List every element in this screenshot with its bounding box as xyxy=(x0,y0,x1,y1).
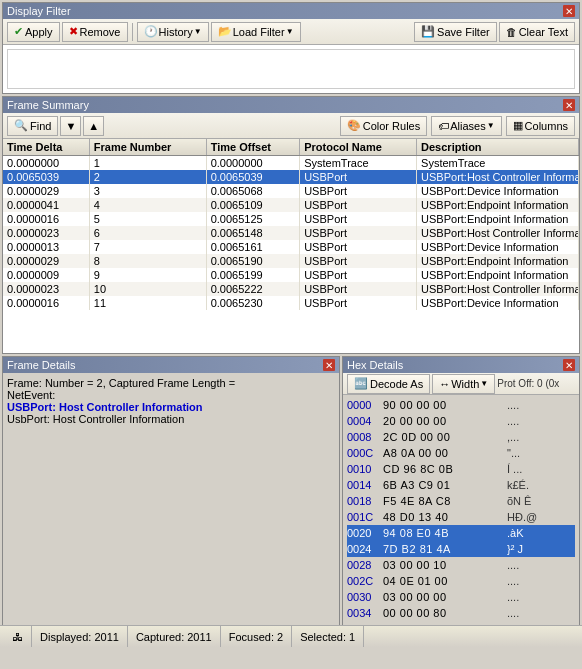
width-button[interactable]: ↔ Width ▼ xyxy=(432,374,495,394)
table-row[interactable]: 0.006503920.0065039USBPortUSBPort:Host C… xyxy=(3,170,579,184)
aliases-dropdown-arrow: ▼ xyxy=(487,121,495,130)
table-row[interactable]: 0.000001650.0065125USBPortUSBPort:Endpoi… xyxy=(3,212,579,226)
frame-details-title: Frame Details xyxy=(7,359,75,371)
col-time-offset[interactable]: Time Offset xyxy=(206,139,300,156)
cell-3: USBPort xyxy=(300,212,417,226)
save-filter-button[interactable]: 💾 Save Filter xyxy=(414,22,497,42)
hex-content: 000090 00 00 00....000420 00 00 00....00… xyxy=(343,395,579,647)
status-selected: Selected: 1 xyxy=(292,626,364,647)
col-protocol-name[interactable]: Protocol Name xyxy=(300,139,417,156)
hex-row[interactable]: 00082C 0D 00 00,... xyxy=(347,429,575,445)
display-filter-title: Display Filter xyxy=(7,5,71,17)
frame-summary-panel: Frame Summary ✕ 🔍 Find ▼ ▲ 🎨 Color Rules… xyxy=(2,96,580,354)
status-focused: Focused: 2 xyxy=(221,626,292,647)
frame-details-panel: Frame Details ✕ Frame: Number = 2, Captu… xyxy=(2,356,340,647)
hex-bytes: 00 00 00 80 xyxy=(383,605,503,621)
table-row[interactable]: 0.0000023100.0065222USBPortUSBPort:Host … xyxy=(3,282,579,296)
table-row[interactable]: 0.000002980.0065190USBPortUSBPort:Endpoi… xyxy=(3,254,579,268)
cell-2: 0.0065161 xyxy=(206,240,300,254)
table-row[interactable]: 0.000002360.0065148USBPortUSBPort:Host C… xyxy=(3,226,579,240)
cell-1: 10 xyxy=(89,282,206,296)
hex-row[interactable]: 003003 00 00 00.... xyxy=(347,589,575,605)
hex-address: 002C xyxy=(347,573,379,589)
col-description[interactable]: Description xyxy=(417,139,579,156)
columns-button[interactable]: ▦ Columns xyxy=(506,116,575,136)
frame-details-close[interactable]: ✕ xyxy=(323,359,335,371)
cell-3: USBPort xyxy=(300,198,417,212)
cell-2: 0.0065148 xyxy=(206,226,300,240)
table-row[interactable]: 0.000004140.0065109USBPortUSBPort:Endpoi… xyxy=(3,198,579,212)
hex-row[interactable]: 000420 00 00 00.... xyxy=(347,413,575,429)
status-bar: 🖧 Displayed: 2011 Captured: 2011 Focused… xyxy=(0,625,582,647)
apply-button[interactable]: ✔ Apply xyxy=(7,22,60,42)
find-icon: 🔍 xyxy=(14,119,28,132)
hex-address: 0034 xyxy=(347,605,379,621)
cell-1: 5 xyxy=(89,212,206,226)
hex-row[interactable]: 000090 00 00 00.... xyxy=(347,397,575,413)
history-dropdown-arrow: ▼ xyxy=(194,27,202,36)
hex-row[interactable]: 0010CD 96 8C 0BÍ ... xyxy=(347,461,575,477)
cell-2: 0.0065109 xyxy=(206,198,300,212)
table-row[interactable]: 0.000001370.0065161USBPortUSBPort:Device… xyxy=(3,240,579,254)
find-button[interactable]: 🔍 Find xyxy=(7,116,58,136)
decode-as-button[interactable]: 🔤 Decode As xyxy=(347,374,430,394)
detail-line: Frame: Number = 2, Captured Frame Length… xyxy=(7,377,335,389)
detail-line: UsbPort: Host Controller Information xyxy=(7,413,335,425)
hex-row[interactable]: 003400 00 00 80.... xyxy=(347,605,575,621)
frame-summary-title: Frame Summary xyxy=(7,99,89,111)
columns-icon: ▦ xyxy=(513,119,523,132)
filter-input[interactable] xyxy=(8,50,574,88)
hex-bytes: A8 0A 00 00 xyxy=(383,445,503,461)
hex-address: 0014 xyxy=(347,477,379,493)
history-icon: 🕐 xyxy=(144,25,158,38)
table-row[interactable]: 0.000002930.0065068USBPortUSBPort:Device… xyxy=(3,184,579,198)
cell-4: SystemTrace xyxy=(417,156,579,171)
hex-row[interactable]: 002C04 0E 01 00.... xyxy=(347,573,575,589)
display-filter-header: Display Filter ✕ xyxy=(3,3,579,19)
find-section: 🔍 Find ▼ ▲ xyxy=(7,116,169,136)
cell-2: 0.0065039 xyxy=(206,170,300,184)
hex-row[interactable]: 001C48 D0 13 40HÐ.@ xyxy=(347,509,575,525)
color-rules-button[interactable]: 🎨 Color Rules xyxy=(340,116,427,136)
hex-details-close[interactable]: ✕ xyxy=(563,359,575,371)
display-filter-close[interactable]: ✕ xyxy=(563,5,575,17)
hex-address: 0028 xyxy=(347,557,379,573)
frame-table-container[interactable]: Time Delta Frame Number Time Offset Prot… xyxy=(3,139,579,349)
hex-row[interactable]: 000CA8 0A 00 00"... xyxy=(347,445,575,461)
aliases-icon: 🏷 xyxy=(438,120,449,132)
detail-line: USBPort: Host Controller Information xyxy=(7,401,335,413)
frame-summary-header: Frame Summary ✕ xyxy=(3,97,579,113)
clear-text-icon: 🗑 xyxy=(506,26,517,38)
hex-row[interactable]: 002803 00 00 10.... xyxy=(347,557,575,573)
status-displayed: Displayed: 2011 xyxy=(32,626,128,647)
cell-0: 0.0000016 xyxy=(3,296,89,310)
remove-button[interactable]: ✖ Remove xyxy=(62,22,128,42)
hex-row[interactable]: 0018F5 4E 8A C8õN Ê xyxy=(347,493,575,509)
scroll-down-button[interactable]: ▼ xyxy=(60,116,81,136)
col-frame-number[interactable]: Frame Number xyxy=(89,139,206,156)
hex-row[interactable]: 00146B A3 C9 01k£É. xyxy=(347,477,575,493)
table-row[interactable]: 0.000000010.0000000SystemTraceSystemTrac… xyxy=(3,156,579,171)
clear-text-button[interactable]: 🗑 Clear Text xyxy=(499,22,575,42)
frame-summary-close[interactable]: ✕ xyxy=(563,99,575,111)
hex-ascii: .... xyxy=(507,573,519,589)
hex-details-header: Hex Details ✕ xyxy=(343,357,579,373)
load-filter-button[interactable]: 📂 Load Filter ▼ xyxy=(211,22,301,42)
history-button[interactable]: 🕐 History ▼ xyxy=(137,22,209,42)
aliases-button[interactable]: 🏷 Aliases ▼ xyxy=(431,116,501,136)
network-icon: 🖧 xyxy=(12,631,23,643)
col-time-delta[interactable]: Time Delta xyxy=(3,139,89,156)
hex-row[interactable]: 002094 08 E0 4B.àK xyxy=(347,525,575,541)
apply-icon: ✔ xyxy=(14,25,23,38)
scroll-up-button[interactable]: ▲ xyxy=(83,116,104,136)
hex-ascii: õN Ê xyxy=(507,493,531,509)
cell-3: USBPort xyxy=(300,170,417,184)
filter-input-area[interactable] xyxy=(7,49,575,89)
table-row[interactable]: 0.0000016110.0065230USBPortUSBPort:Devic… xyxy=(3,296,579,310)
table-row[interactable]: 0.000000990.0065199USBPortUSBPort:Endpoi… xyxy=(3,268,579,282)
cell-1: 11 xyxy=(89,296,206,310)
cell-4: USBPort:Device Information xyxy=(417,240,579,254)
hex-row[interactable]: 00247D B2 81 4A}² J xyxy=(347,541,575,557)
cell-0: 0.0000009 xyxy=(3,268,89,282)
hex-ascii: .... xyxy=(507,557,519,573)
